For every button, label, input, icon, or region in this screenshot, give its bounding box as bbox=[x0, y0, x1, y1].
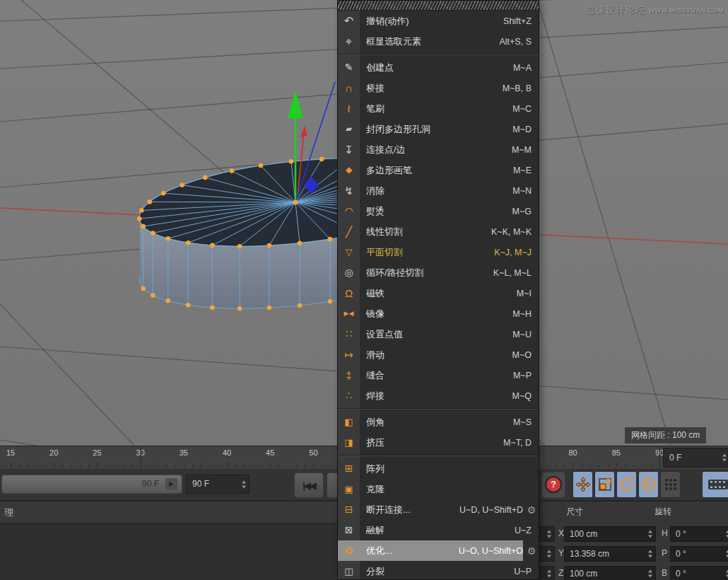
ruler-tick bbox=[106, 465, 107, 467]
menu-item-shortcut: M~E bbox=[513, 166, 532, 175]
menu-item-close-polygon-hole[interactable]: ▰封闭多边形孔洞M~D bbox=[338, 119, 539, 139]
watermark-site-name: 思缘设计论坛 bbox=[586, 4, 645, 15]
menu-item-dissolve[interactable]: ↯消除M~N bbox=[338, 180, 539, 201]
menu-item-bridge[interactable]: ∩桥接M~B, B bbox=[338, 78, 539, 98]
size-field[interactable]: 100 cm bbox=[564, 566, 656, 580]
size-field[interactable]: 13.358 cm bbox=[564, 546, 656, 562]
partial-spinner[interactable] bbox=[540, 546, 555, 562]
ruler-tick bbox=[616, 463, 617, 467]
menu-item-stitch[interactable]: ‡缝合M~P bbox=[338, 365, 539, 385]
menu-item-optimize[interactable]: ♻优化...U~O, U~Shift+O⚙ bbox=[338, 540, 539, 561]
partial-spinner[interactable] bbox=[540, 526, 555, 542]
context-menu: ↶撤销(动作)Shift+Z⌖框显选取元素Alt+S, S✎创建点M~A∩桥接M… bbox=[337, 0, 539, 580]
menu-item-extrude[interactable]: ◨挤压M~T, D bbox=[338, 432, 539, 453]
menu-item-shortcut: K~L, M~L bbox=[493, 268, 532, 278]
ruler-tick bbox=[115, 465, 115, 467]
iron-icon: ◠ bbox=[338, 201, 360, 221]
menu-item-shortcut: M~B, B bbox=[503, 83, 532, 93]
ruler-tick bbox=[296, 465, 297, 467]
menu-item-loop-path-cut[interactable]: ◎循环/路径切割K~L, M~L bbox=[338, 262, 539, 283]
menu-item-label: 磁铁 bbox=[366, 287, 517, 300]
spinner-arrows-icon[interactable] bbox=[648, 530, 652, 538]
menu-item-array[interactable]: ⊞阵列 bbox=[338, 458, 539, 479]
gear-icon[interactable]: ⚙ bbox=[524, 545, 539, 557]
menu-item-magnet[interactable]: Ω磁铁M~I bbox=[338, 283, 539, 303]
connect-points-edges-icon: ↧ bbox=[338, 139, 360, 160]
menu-item-connect-points-edges[interactable]: ↧连接点/边M~M bbox=[338, 139, 539, 160]
menu-item-iron[interactable]: ◠熨烫M~G bbox=[338, 201, 539, 221]
menu-item-brush[interactable]: ≀笔刷M~C bbox=[338, 98, 539, 119]
menu-item-line-cut[interactable]: ╱线性切割K~K, M~K bbox=[338, 221, 539, 242]
menu-item-undo-action[interactable]: ↶撤销(动作)Shift+Z bbox=[338, 11, 539, 31]
film-strip-icon bbox=[708, 477, 728, 492]
rotate-tool-button[interactable] bbox=[616, 471, 637, 498]
rotate-icon bbox=[619, 477, 635, 492]
menu-item-weld[interactable]: ∴焊接M~Q bbox=[338, 385, 539, 406]
panel-tab-fragment[interactable]: 理 bbox=[4, 506, 13, 519]
current-frame-value: 0 F bbox=[669, 453, 681, 463]
help-button[interactable]: ? bbox=[541, 472, 565, 498]
spinner-arrows-icon[interactable] bbox=[648, 550, 652, 558]
size-header: 尺寸 bbox=[566, 506, 583, 518]
menu-item-split[interactable]: ◫分裂U~P bbox=[338, 561, 539, 580]
spinner-arrows-icon[interactable] bbox=[722, 454, 727, 462]
menu-item-label: 分裂 bbox=[366, 565, 514, 578]
menu-item-shortcut: Alt+S, S bbox=[499, 37, 532, 47]
menu-item-frame-select[interactable]: ⌖框显选取元素Alt+S, S bbox=[338, 31, 539, 52]
ruler-tick bbox=[2, 465, 3, 467]
scale-tool-button[interactable] bbox=[594, 471, 615, 498]
ruler-marker bbox=[659, 446, 660, 469]
menu-item-slide[interactable]: ↦滑动M~O bbox=[338, 344, 539, 365]
size-field[interactable]: 100 cm bbox=[564, 526, 656, 542]
rotation-field[interactable]: 0 ° bbox=[670, 566, 728, 580]
skip-to-start-button[interactable] bbox=[294, 472, 324, 498]
spinner-arrows-icon[interactable] bbox=[547, 530, 551, 538]
menu-item-plane-cut[interactable]: ▽平面切割K~J, M~J bbox=[338, 242, 539, 262]
gear-icon[interactable]: ⚙ bbox=[524, 504, 539, 516]
menu-item-label: 框显选取元素 bbox=[366, 35, 499, 48]
menu-item-bevel[interactable]: ◧倒角M~S bbox=[338, 412, 539, 432]
optimize-icon: ♻ bbox=[338, 540, 360, 561]
menu-item-melt[interactable]: ⊠融解U~Z bbox=[338, 520, 539, 540]
partial-spinner[interactable] bbox=[540, 566, 555, 580]
menu-item-polygon-pen[interactable]: ◆多边形画笔M~E bbox=[338, 160, 539, 180]
menu-item-label: 缝合 bbox=[366, 369, 513, 382]
ruler-tick bbox=[262, 465, 262, 467]
menu-item-set-point-value[interactable]: ∷设置点值M~U bbox=[338, 324, 539, 344]
menu-item-mirror[interactable]: ▶◀镜像M~H bbox=[338, 303, 539, 324]
ruler-frame-label: 35 bbox=[180, 448, 188, 457]
menu-item-create-point[interactable]: ✎创建点M~A bbox=[338, 57, 539, 78]
move-icon bbox=[575, 477, 591, 492]
rotation-field[interactable]: 0 ° bbox=[670, 546, 728, 562]
dots-grid-button[interactable] bbox=[660, 471, 681, 498]
spinner-arrows-icon[interactable] bbox=[547, 550, 551, 558]
end-frame-field[interactable]: 90 F bbox=[186, 475, 249, 494]
play-range-icon[interactable] bbox=[165, 478, 177, 490]
p-coordinate-icon: P bbox=[641, 477, 657, 492]
keyframe-film-button[interactable] bbox=[702, 471, 728, 498]
ruler-tick bbox=[633, 465, 634, 467]
spinner-arrows-icon[interactable] bbox=[648, 570, 652, 578]
p-coordinate-button[interactable]: P bbox=[638, 471, 659, 498]
menu-item-clone[interactable]: ▣克隆 bbox=[338, 479, 539, 499]
menu-item-label: 镜像 bbox=[366, 308, 512, 320]
move-tool-button[interactable] bbox=[573, 471, 593, 498]
menu-tearoff-strip[interactable] bbox=[338, 1, 539, 11]
menu-item-label: 创建点 bbox=[366, 62, 513, 74]
ruler-tick bbox=[547, 465, 548, 467]
coordinate-row-z: Z100 cmB0 ° bbox=[540, 566, 728, 580]
menu-separator bbox=[338, 52, 539, 57]
spinner-arrows-icon[interactable] bbox=[547, 570, 551, 578]
ruler-tick bbox=[97, 463, 98, 467]
current-frame-spinner[interactable]: 0 F bbox=[663, 448, 728, 468]
spinner-arrows-icon[interactable] bbox=[242, 480, 246, 488]
menu-item-disconnect[interactable]: ⊟断开连接...U~D, U~Shift+D⚙ bbox=[338, 499, 539, 520]
rotation-field[interactable]: 0 ° bbox=[670, 526, 728, 542]
coordinate-row-y: Y13.358 cmP0 ° bbox=[540, 546, 728, 562]
timeline-range-slider[interactable]: 90 F bbox=[1, 475, 182, 494]
line-cut-icon: ╱ bbox=[338, 221, 360, 242]
ruler-tick bbox=[54, 463, 54, 467]
ruler-tick bbox=[599, 465, 599, 467]
ruler-tick bbox=[253, 465, 254, 467]
ruler-tick bbox=[244, 465, 245, 467]
